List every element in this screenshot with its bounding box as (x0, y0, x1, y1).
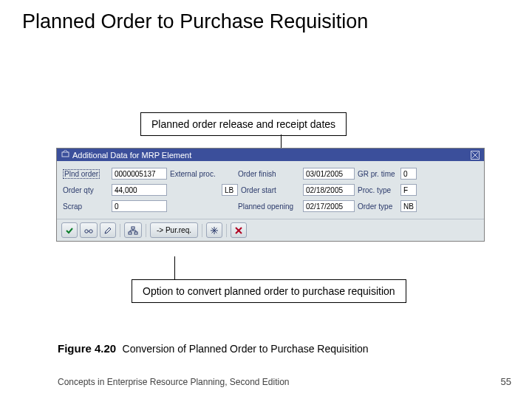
svg-rect-8 (134, 232, 137, 234)
page-title: Planned Order to Purchase Requisition (22, 10, 368, 33)
label-plnd-order: Plnd order (63, 170, 112, 178)
field-scrap[interactable]: 0 (112, 200, 167, 212)
row-order-qty: Order qty 44,000 LB Order start 02/18/20… (63, 182, 478, 198)
mrp-element-dialog: Additional Data for MRP Element Plnd ord… (56, 148, 485, 242)
connector-line (174, 256, 175, 279)
field-order-type[interactable]: NB (400, 200, 417, 212)
confirm-button[interactable] (61, 222, 78, 238)
label-external-proc: External proc. (167, 170, 222, 178)
footer-text: Concepts in Enterprise Resource Planning… (58, 377, 290, 387)
cancel-button[interactable] (231, 222, 247, 238)
dialog-titlebar: Additional Data for MRP Element (57, 149, 484, 161)
label-order-type: Order type (355, 202, 400, 211)
svg-rect-6 (132, 227, 134, 229)
page-number: 55 (501, 376, 511, 387)
cancel-icon (234, 226, 243, 235)
field-plnd-order[interactable]: 0000005137 (112, 168, 167, 180)
pencil-icon (103, 226, 112, 235)
toolbar-divider (226, 224, 227, 237)
callout-convert-to-pur-req: Option to convert planned order to purch… (132, 279, 406, 303)
hierarchy-icon (128, 226, 138, 235)
to-pur-req-button[interactable]: -> Pur.req. (150, 222, 198, 238)
figure-caption: Figure 4.20 Conversion of Planned Order … (58, 342, 369, 355)
toolbar-divider (202, 224, 202, 237)
toolbar-divider (146, 224, 146, 237)
star-icon (210, 226, 219, 235)
field-order-start[interactable]: 02/18/2005 (303, 184, 355, 196)
field-uom[interactable]: LB (222, 184, 238, 196)
label-proc-type: Proc. type (355, 186, 400, 194)
figure-caption-text: Conversion of Planned Order to Purchase … (123, 343, 369, 355)
label-order-finish: Order finish (235, 170, 303, 178)
callout-release-receipt-dates: Planned order release and receipt dates (140, 112, 347, 136)
field-planned-opening[interactable]: 02/17/2005 (303, 200, 355, 212)
expand-icon (61, 150, 69, 160)
edit-button[interactable] (100, 222, 116, 238)
row-plnd-order: Plnd order 0000005137 External proc. Ord… (63, 166, 478, 182)
reschedule-button[interactable] (206, 222, 222, 238)
svg-point-4 (89, 229, 92, 232)
field-order-finish[interactable]: 03/01/2005 (303, 168, 355, 180)
glasses-button[interactable] (80, 222, 98, 238)
row-scrap: Scrap 0 Planned opening 02/17/2005 Order… (63, 198, 478, 214)
toolbar-divider (120, 224, 120, 237)
svg-rect-7 (129, 232, 132, 234)
field-gr-pr-time[interactable]: 0 (400, 168, 417, 180)
glasses-icon (83, 226, 94, 235)
figure-number: Figure 4.20 (58, 342, 116, 355)
label-order-qty: Order qty (63, 186, 112, 194)
dialog-body: Plnd order 0000005137 External proc. Ord… (57, 161, 484, 219)
field-proc-type[interactable]: F (400, 184, 417, 196)
dialog-toolbar: -> Pur.req. (57, 219, 484, 241)
dialog-title-text: Additional Data for MRP Element (72, 151, 191, 160)
svg-point-3 (85, 229, 88, 232)
check-icon (65, 226, 74, 235)
label-planned-opening: Planned opening (235, 202, 303, 211)
field-order-qty[interactable]: 44,000 (112, 184, 167, 196)
svg-rect-0 (62, 152, 69, 157)
close-icon[interactable] (471, 151, 480, 160)
label-gr-pr-time: GR pr. time (355, 170, 400, 178)
hierarchy-button[interactable] (124, 222, 142, 238)
label-order-start: Order start (238, 186, 303, 194)
label-scrap: Scrap (63, 202, 112, 211)
